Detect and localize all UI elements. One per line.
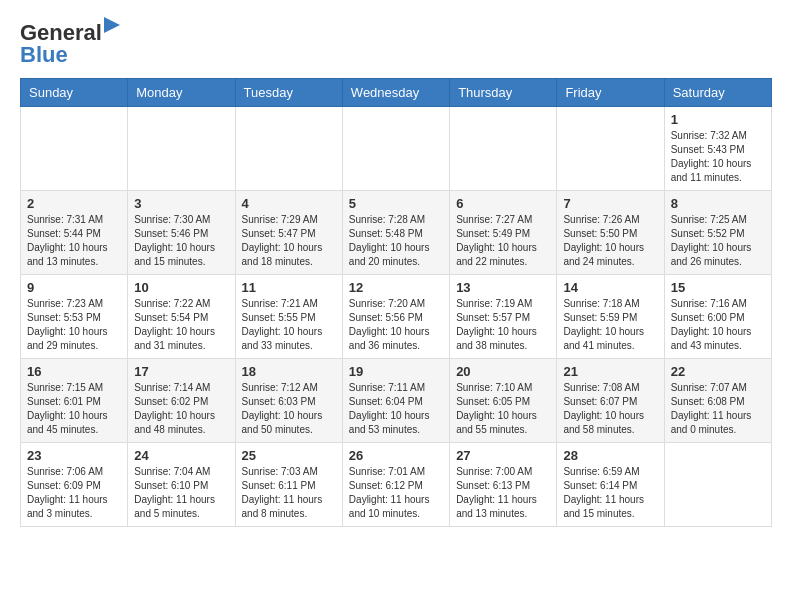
- calendar-day-3: 3Sunrise: 7:30 AM Sunset: 5:46 PM Daylig…: [128, 191, 235, 275]
- day-info: Sunrise: 7:12 AM Sunset: 6:03 PM Dayligh…: [242, 381, 336, 437]
- calendar-week-row: 23Sunrise: 7:06 AM Sunset: 6:09 PM Dayli…: [21, 443, 772, 527]
- calendar-day-22: 22Sunrise: 7:07 AM Sunset: 6:08 PM Dayli…: [664, 359, 771, 443]
- day-number: 24: [134, 448, 228, 463]
- calendar-day-27: 27Sunrise: 7:00 AM Sunset: 6:13 PM Dayli…: [450, 443, 557, 527]
- day-number: 17: [134, 364, 228, 379]
- calendar-day-empty: [128, 107, 235, 191]
- calendar-week-row: 16Sunrise: 7:15 AM Sunset: 6:01 PM Dayli…: [21, 359, 772, 443]
- logo-icon: [104, 17, 120, 39]
- day-number: 26: [349, 448, 443, 463]
- weekday-header-saturday: Saturday: [664, 79, 771, 107]
- calendar-day-1: 1Sunrise: 7:32 AM Sunset: 5:43 PM Daylig…: [664, 107, 771, 191]
- day-info: Sunrise: 7:00 AM Sunset: 6:13 PM Dayligh…: [456, 465, 550, 521]
- calendar-day-25: 25Sunrise: 7:03 AM Sunset: 6:11 PM Dayli…: [235, 443, 342, 527]
- day-number: 13: [456, 280, 550, 295]
- calendar-day-18: 18Sunrise: 7:12 AM Sunset: 6:03 PM Dayli…: [235, 359, 342, 443]
- weekday-header-friday: Friday: [557, 79, 664, 107]
- calendar-day-empty: [450, 107, 557, 191]
- calendar-day-10: 10Sunrise: 7:22 AM Sunset: 5:54 PM Dayli…: [128, 275, 235, 359]
- day-info: Sunrise: 7:20 AM Sunset: 5:56 PM Dayligh…: [349, 297, 443, 353]
- weekday-header-sunday: Sunday: [21, 79, 128, 107]
- calendar-day-20: 20Sunrise: 7:10 AM Sunset: 6:05 PM Dayli…: [450, 359, 557, 443]
- calendar-day-24: 24Sunrise: 7:04 AM Sunset: 6:10 PM Dayli…: [128, 443, 235, 527]
- day-number: 25: [242, 448, 336, 463]
- day-number: 10: [134, 280, 228, 295]
- calendar-day-15: 15Sunrise: 7:16 AM Sunset: 6:00 PM Dayli…: [664, 275, 771, 359]
- day-number: 3: [134, 196, 228, 211]
- day-info: Sunrise: 7:15 AM Sunset: 6:01 PM Dayligh…: [27, 381, 121, 437]
- calendar-day-8: 8Sunrise: 7:25 AM Sunset: 5:52 PM Daylig…: [664, 191, 771, 275]
- day-info: Sunrise: 7:25 AM Sunset: 5:52 PM Dayligh…: [671, 213, 765, 269]
- calendar-day-12: 12Sunrise: 7:20 AM Sunset: 5:56 PM Dayli…: [342, 275, 449, 359]
- day-number: 4: [242, 196, 336, 211]
- calendar-day-17: 17Sunrise: 7:14 AM Sunset: 6:02 PM Dayli…: [128, 359, 235, 443]
- day-info: Sunrise: 7:16 AM Sunset: 6:00 PM Dayligh…: [671, 297, 765, 353]
- calendar-week-row: 9Sunrise: 7:23 AM Sunset: 5:53 PM Daylig…: [21, 275, 772, 359]
- page-header: General Blue: [20, 20, 772, 68]
- calendar-day-16: 16Sunrise: 7:15 AM Sunset: 6:01 PM Dayli…: [21, 359, 128, 443]
- day-info: Sunrise: 7:32 AM Sunset: 5:43 PM Dayligh…: [671, 129, 765, 185]
- weekday-header-tuesday: Tuesday: [235, 79, 342, 107]
- day-info: Sunrise: 6:59 AM Sunset: 6:14 PM Dayligh…: [563, 465, 657, 521]
- calendar-day-empty: [664, 443, 771, 527]
- calendar-day-14: 14Sunrise: 7:18 AM Sunset: 5:59 PM Dayli…: [557, 275, 664, 359]
- day-number: 2: [27, 196, 121, 211]
- weekday-header-row: SundayMondayTuesdayWednesdayThursdayFrid…: [21, 79, 772, 107]
- day-info: Sunrise: 7:31 AM Sunset: 5:44 PM Dayligh…: [27, 213, 121, 269]
- calendar-day-empty: [342, 107, 449, 191]
- day-info: Sunrise: 7:23 AM Sunset: 5:53 PM Dayligh…: [27, 297, 121, 353]
- calendar-day-5: 5Sunrise: 7:28 AM Sunset: 5:48 PM Daylig…: [342, 191, 449, 275]
- day-info: Sunrise: 7:08 AM Sunset: 6:07 PM Dayligh…: [563, 381, 657, 437]
- day-number: 1: [671, 112, 765, 127]
- day-number: 21: [563, 364, 657, 379]
- calendar-day-11: 11Sunrise: 7:21 AM Sunset: 5:55 PM Dayli…: [235, 275, 342, 359]
- calendar-day-13: 13Sunrise: 7:19 AM Sunset: 5:57 PM Dayli…: [450, 275, 557, 359]
- day-number: 5: [349, 196, 443, 211]
- calendar-day-7: 7Sunrise: 7:26 AM Sunset: 5:50 PM Daylig…: [557, 191, 664, 275]
- day-info: Sunrise: 7:04 AM Sunset: 6:10 PM Dayligh…: [134, 465, 228, 521]
- day-info: Sunrise: 7:26 AM Sunset: 5:50 PM Dayligh…: [563, 213, 657, 269]
- calendar-day-empty: [235, 107, 342, 191]
- day-info: Sunrise: 7:18 AM Sunset: 5:59 PM Dayligh…: [563, 297, 657, 353]
- calendar-day-28: 28Sunrise: 6:59 AM Sunset: 6:14 PM Dayli…: [557, 443, 664, 527]
- day-number: 8: [671, 196, 765, 211]
- calendar-week-row: 2Sunrise: 7:31 AM Sunset: 5:44 PM Daylig…: [21, 191, 772, 275]
- day-number: 27: [456, 448, 550, 463]
- day-info: Sunrise: 7:07 AM Sunset: 6:08 PM Dayligh…: [671, 381, 765, 437]
- calendar-day-empty: [557, 107, 664, 191]
- weekday-header-thursday: Thursday: [450, 79, 557, 107]
- day-info: Sunrise: 7:19 AM Sunset: 5:57 PM Dayligh…: [456, 297, 550, 353]
- day-info: Sunrise: 7:22 AM Sunset: 5:54 PM Dayligh…: [134, 297, 228, 353]
- day-info: Sunrise: 7:10 AM Sunset: 6:05 PM Dayligh…: [456, 381, 550, 437]
- day-info: Sunrise: 7:28 AM Sunset: 5:48 PM Dayligh…: [349, 213, 443, 269]
- calendar-day-6: 6Sunrise: 7:27 AM Sunset: 5:49 PM Daylig…: [450, 191, 557, 275]
- day-info: Sunrise: 7:27 AM Sunset: 5:49 PM Dayligh…: [456, 213, 550, 269]
- day-number: 9: [27, 280, 121, 295]
- day-info: Sunrise: 7:30 AM Sunset: 5:46 PM Dayligh…: [134, 213, 228, 269]
- day-info: Sunrise: 7:03 AM Sunset: 6:11 PM Dayligh…: [242, 465, 336, 521]
- weekday-header-monday: Monday: [128, 79, 235, 107]
- day-number: 22: [671, 364, 765, 379]
- calendar-day-19: 19Sunrise: 7:11 AM Sunset: 6:04 PM Dayli…: [342, 359, 449, 443]
- day-number: 11: [242, 280, 336, 295]
- day-number: 18: [242, 364, 336, 379]
- day-info: Sunrise: 7:06 AM Sunset: 6:09 PM Dayligh…: [27, 465, 121, 521]
- day-info: Sunrise: 7:01 AM Sunset: 6:12 PM Dayligh…: [349, 465, 443, 521]
- logo: General Blue: [20, 20, 120, 68]
- calendar-day-23: 23Sunrise: 7:06 AM Sunset: 6:09 PM Dayli…: [21, 443, 128, 527]
- calendar-day-4: 4Sunrise: 7:29 AM Sunset: 5:47 PM Daylig…: [235, 191, 342, 275]
- calendar-week-row: 1Sunrise: 7:32 AM Sunset: 5:43 PM Daylig…: [21, 107, 772, 191]
- day-number: 28: [563, 448, 657, 463]
- calendar-day-empty: [21, 107, 128, 191]
- calendar-table: SundayMondayTuesdayWednesdayThursdayFrid…: [20, 78, 772, 527]
- day-number: 15: [671, 280, 765, 295]
- weekday-header-wednesday: Wednesday: [342, 79, 449, 107]
- day-number: 14: [563, 280, 657, 295]
- day-info: Sunrise: 7:11 AM Sunset: 6:04 PM Dayligh…: [349, 381, 443, 437]
- day-info: Sunrise: 7:21 AM Sunset: 5:55 PM Dayligh…: [242, 297, 336, 353]
- svg-marker-0: [104, 17, 120, 33]
- day-number: 16: [27, 364, 121, 379]
- calendar-day-2: 2Sunrise: 7:31 AM Sunset: 5:44 PM Daylig…: [21, 191, 128, 275]
- day-info: Sunrise: 7:14 AM Sunset: 6:02 PM Dayligh…: [134, 381, 228, 437]
- day-number: 23: [27, 448, 121, 463]
